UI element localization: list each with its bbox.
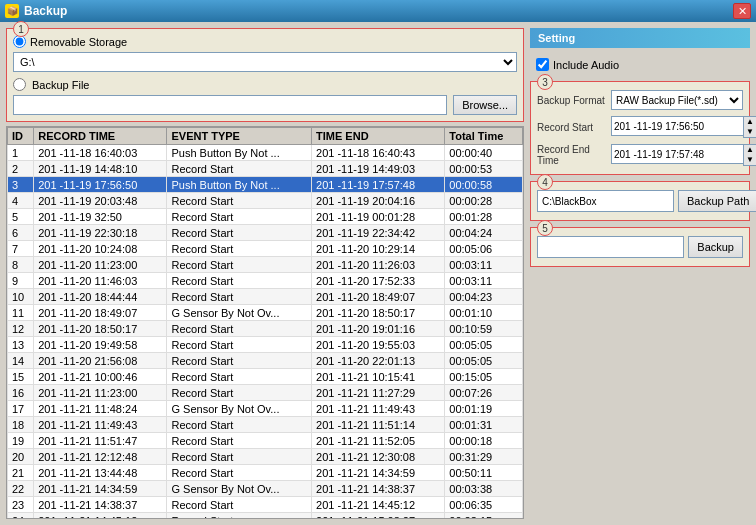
table-row[interactable]: 6201 -11-19 22:30:18Record Start201 -11-… bbox=[8, 225, 523, 241]
path-select[interactable]: G:\ bbox=[13, 52, 517, 72]
cell-3: 201 -11-20 19:01:16 bbox=[312, 321, 445, 337]
record-start-input[interactable] bbox=[611, 116, 743, 136]
backup-path-button[interactable]: Backup Path bbox=[678, 190, 756, 212]
cell-4: 00:00:18 bbox=[445, 433, 523, 449]
cell-0: 21 bbox=[8, 465, 34, 481]
cell-1: 201 -11-21 11:48:24 bbox=[34, 401, 167, 417]
cell-0: 4 bbox=[8, 193, 34, 209]
cell-1: 201 -11-21 10:00:46 bbox=[34, 369, 167, 385]
table-row[interactable]: 19201 -11-21 11:51:47Record Start201 -11… bbox=[8, 433, 523, 449]
cell-1: 201 -11-19 22:30:18 bbox=[34, 225, 167, 241]
cell-1: 201 -11-21 14:45:12 bbox=[34, 513, 167, 519]
table-row[interactable]: 14201 -11-20 21:56:08Record Start201 -11… bbox=[8, 353, 523, 369]
include-audio-checkbox[interactable] bbox=[536, 58, 549, 71]
cell-2: Record Start bbox=[167, 241, 312, 257]
backup-button[interactable]: Backup bbox=[688, 236, 743, 258]
browse-button[interactable]: Browse... bbox=[453, 95, 517, 115]
cell-1: 201 -11-19 17:56:50 bbox=[34, 177, 167, 193]
cell-1: 201 -11-19 32:50 bbox=[34, 209, 167, 225]
cell-0: 14 bbox=[8, 353, 34, 369]
table-row[interactable]: 15201 -11-21 10:00:46Record Start201 -11… bbox=[8, 369, 523, 385]
cell-3: 201 -11-19 20:04:16 bbox=[312, 193, 445, 209]
cell-3: 201 -11-20 19:55:03 bbox=[312, 337, 445, 353]
cell-3: 201 -11-21 14:34:59 bbox=[312, 465, 445, 481]
table-row[interactable]: 21201 -11-21 13:44:48Record Start201 -11… bbox=[8, 465, 523, 481]
cell-2: Record Start bbox=[167, 497, 312, 513]
cell-4: 00:01:10 bbox=[445, 305, 523, 321]
cell-3: 201 -11-19 22:34:42 bbox=[312, 225, 445, 241]
cell-2: Record Start bbox=[167, 433, 312, 449]
record-start-up[interactable]: ▲ bbox=[744, 117, 756, 127]
cell-0: 23 bbox=[8, 497, 34, 513]
table-row[interactable]: 17201 -11-21 11:48:24G Sensor By Not Ov.… bbox=[8, 401, 523, 417]
table-row[interactable]: 9201 -11-20 11:46:03Record Start201 -11-… bbox=[8, 273, 523, 289]
table-row[interactable]: 18201 -11-21 11:49:43Record Start201 -11… bbox=[8, 417, 523, 433]
backup-file-label: Backup File bbox=[32, 79, 89, 91]
backup-format-label: Backup Format bbox=[537, 95, 607, 106]
cell-0: 18 bbox=[8, 417, 34, 433]
include-audio-row: Include Audio bbox=[530, 58, 750, 71]
records-table-container: ID RECORD TIME EVENT TYPE TIME END Total… bbox=[6, 126, 524, 519]
record-start-label: Record Start bbox=[537, 122, 607, 133]
cell-3: 201 -11-21 11:52:05 bbox=[312, 433, 445, 449]
cell-0: 1 bbox=[8, 145, 34, 161]
section3-number: 3 bbox=[537, 74, 553, 90]
cell-2: Record Start bbox=[167, 209, 312, 225]
cell-4: 00:00:53 bbox=[445, 161, 523, 177]
cell-4: 00:04:23 bbox=[445, 289, 523, 305]
backup-path-input[interactable] bbox=[537, 190, 674, 212]
cell-3: 201 -11-21 11:49:43 bbox=[312, 401, 445, 417]
cell-3: 201 -11-20 18:49:07 bbox=[312, 289, 445, 305]
table-row[interactable]: 10201 -11-20 18:44:44Record Start201 -11… bbox=[8, 289, 523, 305]
table-row[interactable]: 1201 -11-18 16:40:03Push Button By Not .… bbox=[8, 145, 523, 161]
table-row[interactable]: 16201 -11-21 11:23:00Record Start201 -11… bbox=[8, 385, 523, 401]
table-row[interactable]: 3201 -11-19 17:56:50Push Button By Not .… bbox=[8, 177, 523, 193]
table-row[interactable]: 20201 -11-21 12:12:48Record Start201 -11… bbox=[8, 449, 523, 465]
section5-number: 5 bbox=[537, 220, 553, 236]
cell-1: 201 -11-20 18:50:17 bbox=[34, 321, 167, 337]
record-start-down[interactable]: ▼ bbox=[744, 127, 756, 137]
table-row[interactable]: 23201 -11-21 14:38:37Record Start201 -11… bbox=[8, 497, 523, 513]
table-row[interactable]: 12201 -11-20 18:50:17Record Start201 -11… bbox=[8, 321, 523, 337]
record-end-up[interactable]: ▲ bbox=[744, 145, 756, 155]
cell-3: 201 -11-20 17:52:33 bbox=[312, 273, 445, 289]
cell-1: 201 -11-18 16:40:03 bbox=[34, 145, 167, 161]
cell-4: 00:10:59 bbox=[445, 321, 523, 337]
backup-file-input[interactable] bbox=[13, 95, 447, 115]
backup-format-select[interactable]: RAW Backup File(*.sd) bbox=[611, 90, 743, 110]
table-row[interactable]: 2201 -11-19 14:48:10Record Start201 -11-… bbox=[8, 161, 523, 177]
section4-number: 4 bbox=[537, 174, 553, 190]
cell-0: 10 bbox=[8, 289, 34, 305]
table-row[interactable]: 8201 -11-20 11:23:00Record Start201 -11-… bbox=[8, 257, 523, 273]
cell-2: Record Start bbox=[167, 465, 312, 481]
cell-2: Record Start bbox=[167, 289, 312, 305]
table-row[interactable]: 4201 -11-19 20:03:48Record Start201 -11-… bbox=[8, 193, 523, 209]
table-row[interactable]: 24201 -11-21 14:45:12Record Start201 -11… bbox=[8, 513, 523, 519]
table-row[interactable]: 5201 -11-19 32:50Record Start201 -11-19 … bbox=[8, 209, 523, 225]
table-row[interactable]: 11201 -11-20 18:49:07G Sensor By Not Ov.… bbox=[8, 305, 523, 321]
cell-2: Record Start bbox=[167, 417, 312, 433]
record-end-down[interactable]: ▼ bbox=[744, 155, 756, 165]
table-row[interactable]: 7201 -11-20 10:24:08Record Start201 -11-… bbox=[8, 241, 523, 257]
cell-4: 00:50:11 bbox=[445, 465, 523, 481]
cell-2: Record Start bbox=[167, 193, 312, 209]
cell-0: 16 bbox=[8, 385, 34, 401]
cell-4: 00:05:05 bbox=[445, 337, 523, 353]
cell-4: 00:05:05 bbox=[445, 353, 523, 369]
cell-1: 201 -11-19 14:48:10 bbox=[34, 161, 167, 177]
cell-0: 15 bbox=[8, 369, 34, 385]
cell-3: 201 -11-19 14:49:03 bbox=[312, 161, 445, 177]
col-record-time: RECORD TIME bbox=[34, 128, 167, 145]
records-table: ID RECORD TIME EVENT TYPE TIME END Total… bbox=[7, 127, 523, 518]
cell-3: 201 -11-21 11:51:14 bbox=[312, 417, 445, 433]
cell-2: Record Start bbox=[167, 449, 312, 465]
table-row[interactable]: 22201 -11-21 14:34:59G Sensor By Not Ov.… bbox=[8, 481, 523, 497]
record-end-input[interactable] bbox=[611, 144, 743, 164]
table-row[interactable]: 13201 -11-20 19:49:58Record Start201 -11… bbox=[8, 337, 523, 353]
cell-0: 22 bbox=[8, 481, 34, 497]
backup-file-radio[interactable] bbox=[13, 78, 26, 91]
cell-2: G Sensor By Not Ov... bbox=[167, 305, 312, 321]
cell-3: 201 -11-21 14:38:37 bbox=[312, 481, 445, 497]
cell-2: Record Start bbox=[167, 273, 312, 289]
close-button[interactable]: ✕ bbox=[733, 3, 751, 19]
